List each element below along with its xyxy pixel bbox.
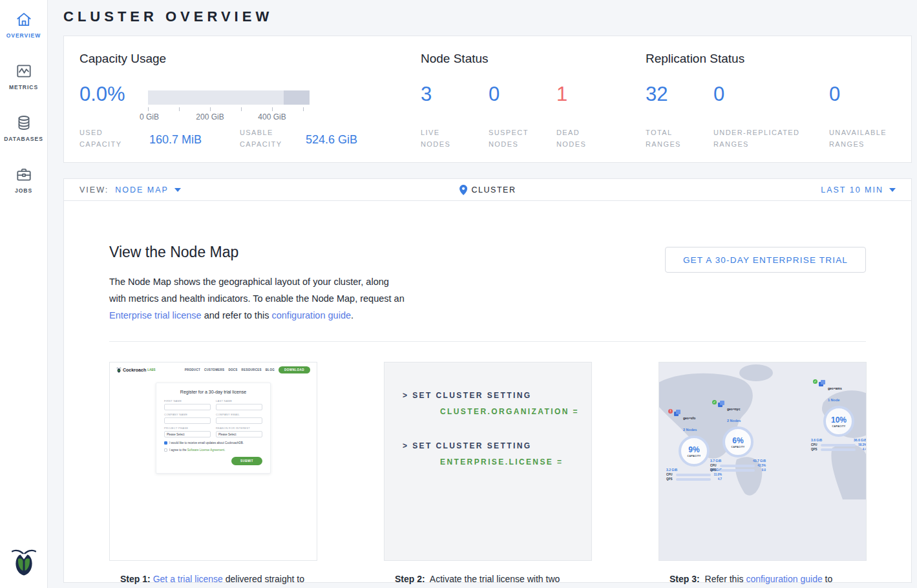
total-ranges-value: 32 <box>646 83 668 106</box>
mini-site-logo-text: Cockroach <box>123 368 146 372</box>
step3-caption: Step 3: Refer this configuration guide t… <box>659 560 866 588</box>
suspect-nodes-label: SUSPECT NODES <box>489 127 529 150</box>
mini-license-link: Software License Agreement. <box>187 448 226 452</box>
mini-field-project-phase: PROJECT PHASE Please Select <box>164 426 211 437</box>
time-range-dropdown[interactable]: LAST 10 MIN <box>821 185 896 194</box>
mini-form-title: Register for a 30-day trial license <box>164 390 262 394</box>
home-icon <box>15 10 33 28</box>
database-icon <box>15 114 33 132</box>
mini-site-nav: PRODUCT CUSTOMERS DOCS RESOURCES BLOG DO… <box>185 366 310 373</box>
chevron-down-icon <box>174 188 181 192</box>
summary-panel: Capacity Usage 0.0% 0 GiB 200 GiB 400 Gi… <box>63 36 912 163</box>
cluster-overview-page: { "page_title": "CLUSTER OVERVIEW", "col… <box>0 0 917 588</box>
view-label: VIEW: <box>79 185 109 194</box>
trial-license-site-screenshot: Cockroach LABS PRODUCT CUSTOMERS DOCS RE… <box>110 362 317 560</box>
step1-label: Step 1: <box>120 574 151 584</box>
mini-select: Please Select <box>216 431 262 437</box>
section-description: The Node Map shows the geographical layo… <box>109 273 405 324</box>
mini-nav-item: BLOG <box>266 368 275 372</box>
configuration-guide-link[interactable]: configuration guide <box>271 310 351 320</box>
sidebar-item-overview[interactable]: OVERVIEW <box>0 10 47 39</box>
capacity-used: 3.6 GiB <box>811 438 822 442</box>
mini-field-company-email: COMPANY EMAIL <box>216 413 262 424</box>
capacity-used: 3.7 GiB <box>710 459 721 463</box>
qps-bar <box>821 448 856 451</box>
step1-card: Cockroach LABS PRODUCT CUSTOMERS DOCS RE… <box>109 362 317 561</box>
get-trial-license-link[interactable]: Get a trial license <box>153 574 223 584</box>
mini-input <box>216 404 262 410</box>
enterprise-trial-button[interactable]: GET A 30-DAY ENTERPRISE TRIAL <box>665 247 866 273</box>
mini-input <box>164 417 211 424</box>
locality-nyc: ✓ geo=nyc 2 Nodes 6% CAPACITY 3.7 GiB 43… <box>708 401 768 472</box>
locality-node-count: 2 Nodes <box>683 428 697 432</box>
capacity-bar-track <box>148 90 310 105</box>
mini-field-first-name: FIRST NAME <box>164 399 211 410</box>
dead-nodes-value: 1 <box>556 83 567 106</box>
metrics-icon <box>15 62 33 80</box>
step3-label: Step 3: <box>669 574 700 584</box>
node-map-preview: ! geo=sfo 2 Nodes 9% CAPACITY 3.2 GiB 35… <box>659 362 866 560</box>
mini-register-form: Register for a 30-day trial license FIRS… <box>156 383 271 474</box>
sidebar-item-jobs[interactable]: JOBS <box>0 165 47 194</box>
locality-ams: ✓ geo=ams 1 Node 10% CAPACITY 3.6 GiB 36… <box>809 381 866 451</box>
axis-tick <box>179 107 180 111</box>
step2-label: Step 2: <box>395 574 425 584</box>
replication-status-title: Replication Status <box>646 52 744 66</box>
sidebar-item-label: JOBS <box>0 187 47 194</box>
sidebar-item-label: OVERVIEW <box>0 32 47 39</box>
capacity-gauge: 6% CAPACITY <box>722 426 754 457</box>
mini-download-button: DOWNLOAD <box>279 366 310 373</box>
mini-site-logo: Cockroach LABS <box>116 367 155 373</box>
capacity-usage-title: Capacity Usage <box>79 52 166 66</box>
description-text: The Node Map shows the geographical layo… <box>109 277 405 304</box>
cluster-breadcrumb-label: CLUSTER <box>472 185 516 194</box>
capacity-gauge: 10% CAPACITY <box>823 406 854 437</box>
cpu-bar <box>821 444 856 446</box>
qps-bar <box>720 469 755 472</box>
briefcase-icon <box>15 165 33 184</box>
view-dropdown[interactable]: NODE MAP <box>115 185 181 194</box>
mini-nav-item: PRODUCT <box>185 368 200 372</box>
unavailable-ranges-label: UNAVAILABLE RANGES <box>829 127 887 150</box>
sidebar: OVERVIEW METRICS DATABASES <box>0 0 48 588</box>
locality-name: geo=ams <box>828 386 842 390</box>
step2-card: > SET CLUSTER SETTING CLUSTER.ORGANIZATI… <box>384 362 592 561</box>
axis-tick-label: 0 GiB <box>140 112 159 121</box>
sidebar-item-label: DATABASES <box>0 136 47 142</box>
mini-field-reason: REASON FOR INTEREST Please Select <box>216 426 262 437</box>
node-cube-icon <box>674 410 681 417</box>
axis-tick <box>241 107 242 111</box>
axis-tick <box>210 107 211 111</box>
total-ranges-label: TOTAL RANGES <box>646 127 681 150</box>
qps-bar <box>676 478 711 481</box>
locality-node-count: 2 Nodes <box>727 419 741 423</box>
capacity-total: 43.7 GiB <box>753 459 766 463</box>
mini-checkbox-agree: I agree to the Software License Agreemen… <box>164 448 262 452</box>
live-nodes-label: LIVE NODES <box>421 127 450 150</box>
under-replicated-ranges-value: 0 <box>713 83 724 106</box>
sidebar-item-metrics[interactable]: METRICS <box>0 62 47 90</box>
dead-nodes-label: DEAD NODES <box>556 127 586 150</box>
mini-field-company-name: COMPANY NAME <box>164 413 211 424</box>
ok-badge-icon: ✓ <box>813 379 817 384</box>
mini-site-logo-suffix: LABS <box>147 368 155 372</box>
configuration-guide-link[interactable]: configuration guide <box>746 574 822 584</box>
mini-nav-item: CUSTOMERS <box>204 368 224 372</box>
sql-setting-organization: CLUSTER.ORGANIZATION = <box>440 407 579 416</box>
mini-input <box>164 404 211 410</box>
capacity-used: 3.2 GiB <box>666 468 677 472</box>
mini-site-header: Cockroach LABS PRODUCT CUSTOMERS DOCS RE… <box>110 362 317 373</box>
capacity-total: 36.6 GiB <box>854 438 866 442</box>
section-heading: View the Node Map <box>109 244 238 261</box>
view-dropdown-value: NODE MAP <box>115 185 169 194</box>
suspect-nodes-value: 0 <box>489 83 500 106</box>
cpu-bar <box>676 474 711 476</box>
page-title: CLUSTER OVERVIEW <box>63 8 273 25</box>
cpu-bar <box>720 465 755 467</box>
description-text: and refer to this <box>202 310 272 320</box>
capacity-used-percent: 0.0% <box>79 83 125 106</box>
used-capacity-value: 160.7 MiB <box>149 133 202 147</box>
sidebar-item-databases[interactable]: DATABASES <box>0 114 47 142</box>
enterprise-trial-license-link[interactable]: Enterprise trial license <box>109 310 202 320</box>
cockroach-bug-icon <box>116 367 121 373</box>
